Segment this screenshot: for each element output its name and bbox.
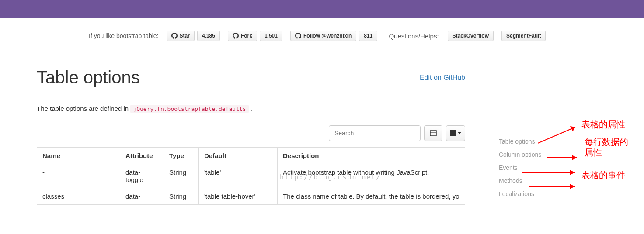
svg-marker-14 (570, 126, 575, 131)
main-content: Table options Edit on GitHub The table o… (37, 51, 465, 205)
sidenav-item-table-options[interactable]: Table options (499, 138, 556, 145)
github-icon (295, 33, 301, 39)
th-name[interactable]: Name (37, 148, 120, 164)
annotation-table-options: 表格的属性 (581, 119, 625, 130)
th-attribute[interactable]: Attribute (120, 148, 164, 164)
table-row: - data-toggle String 'table' Activate bo… (37, 164, 465, 188)
cell-name: - (37, 164, 120, 188)
table-toolbar (37, 125, 465, 141)
sidenav-item-events[interactable]: Events (499, 164, 556, 171)
cell-type: String (164, 164, 199, 188)
table-row: classes data- String 'table table-hover'… (37, 188, 465, 205)
svg-rect-11 (454, 134, 456, 136)
header-bar (0, 0, 644, 18)
fork-count[interactable]: 1,501 (260, 31, 282, 41)
svg-marker-12 (458, 132, 461, 134)
svg-rect-7 (452, 132, 454, 134)
like-prefix: If you like bootstrap table: (89, 32, 159, 39)
github-follow-button[interactable]: Follow @wenzhixin 811 (290, 31, 377, 41)
svg-marker-16 (572, 155, 577, 160)
page-title: Table options (37, 68, 140, 87)
intro-code: jQuery.fn.bootstrapTable.defaults (130, 105, 248, 113)
list-icon (430, 130, 437, 136)
svg-rect-3 (450, 130, 452, 132)
side-nav: Table options Column options Events Meth… (490, 130, 562, 205)
follow-count[interactable]: 811 (359, 31, 377, 41)
sidenav-item-localizations[interactable]: Localizations (499, 190, 556, 197)
toggle-view-button[interactable] (424, 125, 442, 141)
sidenav-item-column-options[interactable]: Column options (499, 151, 556, 158)
options-table: Name Attribute Type Default Description … (37, 147, 465, 205)
cell-type: String (164, 188, 199, 205)
follow-label: Follow @wenzhixin (303, 33, 352, 39)
columns-dropdown-button[interactable] (446, 125, 465, 141)
svg-rect-8 (454, 132, 456, 134)
stackoverflow-button[interactable]: StackOverflow (448, 31, 494, 41)
intro-text: The table options are defined in jQuery.… (37, 105, 465, 112)
caret-down-icon (458, 132, 461, 134)
svg-rect-4 (452, 130, 454, 132)
svg-marker-18 (570, 170, 575, 175)
svg-rect-6 (450, 132, 452, 134)
grid-icon (450, 130, 456, 136)
github-icon (171, 33, 178, 39)
github-star-button[interactable]: Star 4,185 (167, 31, 220, 41)
th-default[interactable]: Default (199, 148, 278, 164)
annotation-line2: 属性 (585, 148, 602, 157)
svg-rect-5 (454, 130, 456, 132)
cell-default: 'table table-hover' (199, 188, 278, 205)
cell-attribute: data-toggle (120, 164, 164, 188)
svg-rect-0 (430, 131, 436, 136)
search-input[interactable] (329, 125, 421, 141)
edit-on-github-link[interactable]: Edit on GitHub (420, 74, 465, 82)
segmentfault-button[interactable]: SegmentFault (501, 31, 546, 41)
star-count[interactable]: 4,185 (197, 31, 220, 41)
svg-marker-20 (570, 184, 575, 189)
sidenav-item-methods[interactable]: Methods (499, 177, 556, 184)
intro-suffix: . (251, 105, 252, 112)
th-type[interactable]: Type (164, 148, 199, 164)
intro-prefix: The table options are defined in (37, 105, 130, 112)
github-icon (233, 33, 239, 39)
cell-name: classes (37, 188, 120, 205)
cell-description: Activate bootstrap table without writing… (278, 164, 465, 188)
github-fork-button[interactable]: Fork 1,501 (228, 31, 282, 41)
cell-attribute: data- (120, 188, 164, 205)
like-bar: If you like bootstrap table: Star 4,185 … (0, 18, 644, 51)
cell-default: 'table' (199, 164, 278, 188)
annotation-column-options: 每行数据的 属性 (585, 137, 628, 158)
cell-description: The class name of table. By default, the… (278, 188, 465, 205)
annotation-line1: 每行数据的 (585, 137, 628, 147)
svg-rect-9 (450, 134, 452, 136)
table-header-row: Name Attribute Type Default Description (37, 148, 465, 164)
star-label: Star (180, 33, 190, 39)
annotation-events: 表格的事件 (581, 170, 625, 180)
th-description[interactable]: Description (278, 148, 465, 164)
questions-label: Questions/Helps: (389, 32, 439, 40)
svg-rect-10 (452, 134, 454, 136)
fork-label: Fork (241, 33, 252, 39)
